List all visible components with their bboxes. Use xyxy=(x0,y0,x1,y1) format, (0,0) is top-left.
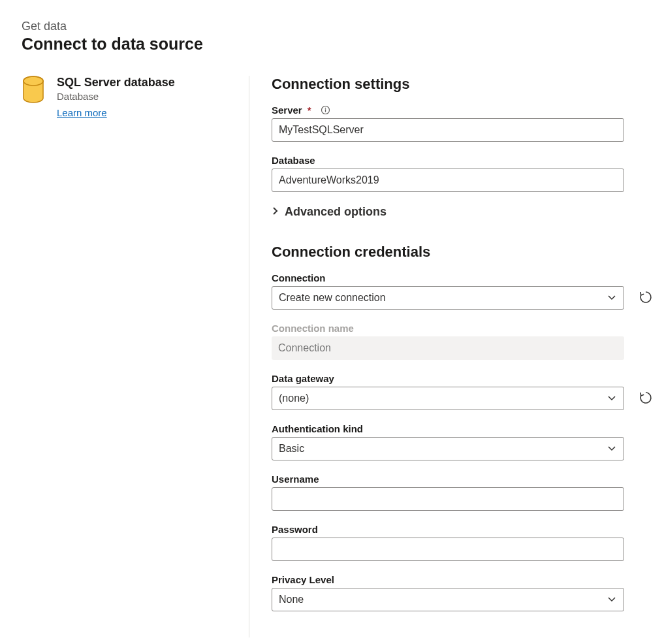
database-icon xyxy=(22,76,45,107)
info-icon[interactable] xyxy=(321,105,330,115)
connection-credentials-heading: Connection credentials xyxy=(272,244,656,261)
refresh-icon xyxy=(638,390,654,408)
connection-select[interactable]: Create new connection xyxy=(272,286,624,310)
username-input[interactable] xyxy=(272,487,624,511)
gateway-select[interactable]: (none) xyxy=(272,387,624,410)
svg-rect-4 xyxy=(324,109,325,112)
privacy-level-label: Privacy Level xyxy=(272,574,656,585)
auth-kind-label: Authentication kind xyxy=(272,423,656,434)
advanced-options-label: Advanced options xyxy=(285,205,387,219)
required-indicator: * xyxy=(308,105,311,116)
svg-point-3 xyxy=(324,108,326,109)
source-subtitle: Database xyxy=(57,91,175,102)
gateway-label: Data gateway xyxy=(272,373,656,384)
password-label: Password xyxy=(272,524,656,535)
server-input[interactable] xyxy=(272,118,624,142)
connection-name-input xyxy=(272,336,624,360)
server-label: Server * xyxy=(272,105,656,116)
breadcrumb: Get data xyxy=(22,20,664,33)
page-title: Connect to data source xyxy=(22,35,664,54)
sidebar: SQL Server database Database Learn more xyxy=(0,76,249,637)
refresh-gateway-button[interactable] xyxy=(637,390,654,407)
username-label: Username xyxy=(272,474,656,485)
auth-kind-select[interactable]: Basic xyxy=(272,437,624,460)
refresh-icon xyxy=(638,289,654,307)
connection-settings-heading: Connection settings xyxy=(272,76,656,93)
connection-name-label: Connection name xyxy=(272,323,656,334)
database-label: Database xyxy=(272,155,656,166)
password-input[interactable] xyxy=(272,538,624,561)
connection-label: Connection xyxy=(272,272,656,283)
privacy-level-select[interactable]: None xyxy=(272,588,624,611)
source-title: SQL Server database xyxy=(57,76,175,89)
server-label-text: Server xyxy=(272,105,302,116)
database-input[interactable] xyxy=(272,169,624,192)
advanced-options-toggle[interactable]: Advanced options xyxy=(272,205,387,219)
learn-more-link[interactable]: Learn more xyxy=(57,107,107,118)
chevron-right-icon xyxy=(272,205,279,219)
refresh-connection-button[interactable] xyxy=(637,289,654,306)
